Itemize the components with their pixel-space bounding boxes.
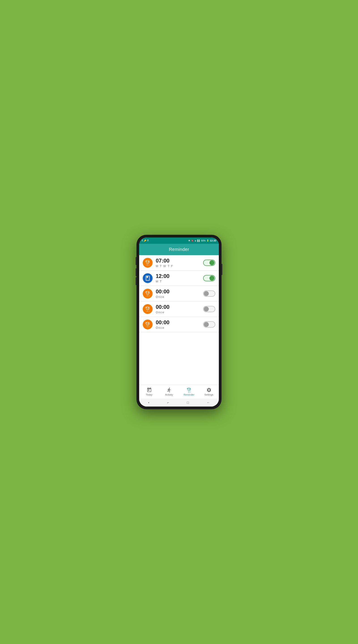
activity-icon bbox=[166, 387, 172, 393]
reminder-info-4: 00:00 Once bbox=[156, 304, 200, 314]
reminder-days-5: Once bbox=[156, 326, 200, 330]
nav-activity-label: Activity bbox=[165, 393, 173, 396]
bluetooth-icon: ✱ bbox=[188, 240, 190, 242]
nav-today[interactable]: Today bbox=[139, 385, 159, 398]
reminder-info-1: 07:00 M T W T F bbox=[156, 258, 200, 268]
reminder-icon-5 bbox=[143, 320, 153, 330]
nav-settings[interactable]: Settings bbox=[199, 385, 219, 398]
status-bar-right: ✱ 🔇 ▲ ▌▌ 66% 🔋 12:30 bbox=[188, 239, 216, 242]
alarm-icon-5 bbox=[145, 322, 151, 327]
status-bar-left: f 🔑 T bbox=[142, 239, 149, 242]
fb-icon: f bbox=[142, 239, 143, 242]
system-nav: ● ⌐ □ ← bbox=[139, 398, 219, 406]
toggle-knob-2 bbox=[209, 276, 214, 281]
reminder-info-3: 00:00 Once bbox=[156, 289, 200, 298]
reminder-icon-1 bbox=[143, 258, 153, 268]
phone-frame: f 🔑 T ✱ 🔇 ▲ ▌▌ 66% 🔋 12:30 Reminder bbox=[137, 235, 221, 409]
toggle-knob-4 bbox=[204, 306, 209, 312]
mute-icon: 🔇 bbox=[191, 240, 194, 242]
reminder-info-2: 12:00 M T bbox=[156, 273, 200, 283]
t-icon: T bbox=[147, 239, 149, 242]
alarm-icon-1 bbox=[145, 260, 151, 266]
reminder-item-5[interactable]: 00:00 Once bbox=[139, 317, 219, 332]
reminder-time-4: 00:00 bbox=[156, 304, 200, 310]
home-button[interactable]: □ bbox=[187, 401, 189, 404]
reminder-icon-2 bbox=[143, 273, 153, 283]
reminder-days-3: Once bbox=[156, 295, 200, 298]
alarm-icon-4 bbox=[145, 306, 151, 312]
reminder-time-5: 00:00 bbox=[156, 320, 200, 325]
reminder-info-5: 00:00 Once bbox=[156, 320, 200, 329]
reminder-item-3[interactable]: 00:00 Once bbox=[139, 286, 219, 302]
reminder-nav-icon bbox=[186, 387, 192, 393]
toggle-knob-1 bbox=[209, 260, 214, 265]
signal-icon: ▌▌ bbox=[197, 240, 200, 242]
reminder-item-2[interactable]: 12:00 M T bbox=[139, 270, 219, 286]
reminder-item-1[interactable]: 07:00 M T W T F bbox=[139, 255, 219, 270]
nav-today-label: Today bbox=[146, 393, 152, 396]
reminder-toggle-2[interactable] bbox=[203, 275, 215, 281]
wifi-icon: ▲ bbox=[194, 240, 196, 242]
reminder-item-4[interactable]: 00:00 Once bbox=[139, 302, 219, 317]
app-header: Reminder bbox=[139, 244, 219, 255]
reminder-toggle-4[interactable] bbox=[203, 306, 215, 312]
reminder-days-1: M T W T F bbox=[156, 264, 200, 268]
reminder-time-3: 00:00 bbox=[156, 289, 200, 294]
reminder-days-4: Once bbox=[156, 310, 200, 314]
reminder-days-2: M T bbox=[156, 280, 200, 283]
reminder-toggle-3[interactable] bbox=[203, 290, 215, 297]
reminders-list: 07:00 M T W T F 12:00 M T bbox=[139, 255, 219, 384]
bottom-nav: Today Activity Reminder Settings bbox=[139, 384, 219, 398]
today-icon bbox=[147, 387, 152, 393]
reminder-toggle-5[interactable] bbox=[203, 321, 215, 328]
phone-screen: f 🔑 T ✱ 🔇 ▲ ▌▌ 66% 🔋 12:30 Reminder bbox=[139, 238, 219, 406]
reminder-toggle-1[interactable] bbox=[203, 260, 215, 266]
reminder-icon-4 bbox=[143, 304, 153, 314]
nav-reminder-label: Reminder bbox=[184, 393, 194, 396]
dot-button[interactable]: ● bbox=[148, 402, 149, 404]
status-bar: f 🔑 T ✱ 🔇 ▲ ▌▌ 66% 🔋 12:30 bbox=[139, 238, 219, 244]
alarm-icon-3 bbox=[145, 291, 151, 296]
reminder-time-1: 07:00 bbox=[156, 258, 200, 264]
battery-percent: 66% bbox=[201, 240, 206, 242]
recents-button[interactable]: ⌐ bbox=[167, 401, 169, 404]
page-title: Reminder bbox=[169, 247, 189, 252]
back-button[interactable]: ← bbox=[207, 401, 210, 404]
battery-icon: 🔋 bbox=[207, 240, 209, 242]
nav-activity[interactable]: Activity bbox=[159, 385, 179, 398]
book-icon bbox=[145, 275, 151, 281]
toggle-knob-5 bbox=[204, 322, 209, 327]
key-icon: 🔑 bbox=[144, 240, 146, 242]
toggle-knob-3 bbox=[204, 291, 209, 296]
reminder-time-2: 12:00 bbox=[156, 273, 200, 279]
nav-reminder[interactable]: Reminder bbox=[179, 385, 199, 398]
settings-icon bbox=[206, 387, 212, 393]
status-time: 12:30 bbox=[210, 239, 216, 242]
nav-settings-label: Settings bbox=[204, 393, 213, 396]
reminder-icon-3 bbox=[143, 289, 153, 298]
